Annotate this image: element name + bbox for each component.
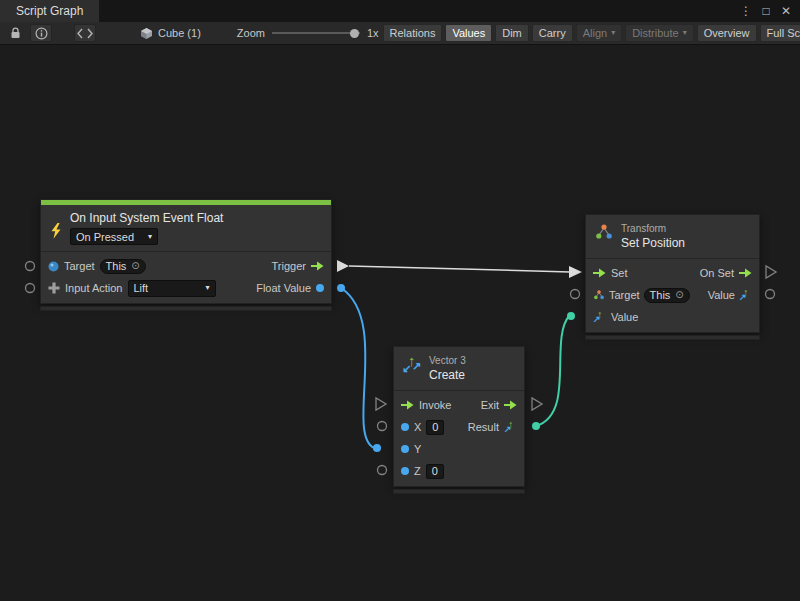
- event-action-row: Input Action Lift ▾ Float Value: [41, 277, 331, 299]
- kebab-menu-icon[interactable]: ⋮: [739, 4, 753, 18]
- transform-target-object-field[interactable]: This ⊙: [644, 288, 690, 303]
- wire-floatvalue-start-dot[interactable]: [337, 284, 345, 292]
- node-type-label: Vector 3: [429, 354, 466, 367]
- on-set-flow-port[interactable]: [739, 268, 752, 278]
- full-screen-button[interactable]: Full Screen: [760, 24, 800, 42]
- set-flow-port[interactable]: [593, 268, 606, 278]
- invoke-flow-port[interactable]: [401, 400, 414, 410]
- port-vector-x-circle[interactable]: [378, 422, 387, 431]
- input-action-value: Lift: [134, 282, 149, 294]
- y-port-label: Y: [414, 443, 421, 455]
- info-icon: [35, 27, 48, 40]
- input-action-port-label: Input Action: [65, 282, 123, 294]
- code-button[interactable]: [74, 24, 96, 42]
- x-value-field[interactable]: 0: [426, 420, 444, 435]
- zoom-label: Zoom: [237, 27, 265, 39]
- port-event-target-circle[interactable]: [26, 262, 35, 271]
- zoom-value: 1x: [367, 27, 379, 39]
- object-picker-icon: ⊙: [675, 290, 683, 300]
- zoom-slider-knob[interactable]: [350, 29, 359, 38]
- x-port[interactable]: [401, 423, 409, 431]
- node-footer: [393, 489, 525, 494]
- chevron-down-icon: ▾: [205, 284, 209, 292]
- z-value: 0: [432, 465, 438, 477]
- input-action-icon: [48, 282, 60, 294]
- wire-trigger-to-set[interactable]: [349, 266, 570, 272]
- value-out-vector-port[interactable]: ↑↗: [739, 289, 752, 302]
- align-dropdown[interactable]: Align ▾: [576, 24, 622, 42]
- dim-button[interactable]: Dim: [495, 24, 529, 42]
- result-port-label: Result: [468, 421, 499, 433]
- port-vector-exit-triangle[interactable]: [532, 398, 542, 410]
- transform-value-row: ↑↗ Value: [586, 306, 759, 328]
- trigger-port-label: Trigger: [272, 260, 306, 272]
- script-graph-window: Script Graph ⋮ □ ✕ Cube: [0, 0, 800, 601]
- port-vector-z-circle[interactable]: [378, 466, 387, 475]
- port-transform-target-circle[interactable]: [571, 290, 580, 299]
- zoom-slider[interactable]: [272, 27, 360, 39]
- port-transform-valueout-circle[interactable]: [766, 290, 775, 299]
- zoom-slider-track[interactable]: [272, 32, 360, 34]
- graph-canvas[interactable]: On Input System Event Float On Pressed ▾: [0, 46, 800, 601]
- wire-trigger-start-arrow[interactable]: [337, 260, 349, 272]
- carry-button[interactable]: Carry: [532, 24, 573, 42]
- wire-result-to-value[interactable]: [536, 316, 569, 426]
- overview-button[interactable]: Overview: [697, 24, 757, 42]
- on-set-port-label: On Set: [700, 267, 734, 279]
- port-transform-onset-triangle[interactable]: [766, 266, 776, 278]
- transform-target-row: Target This ⊙ Value ↑↗: [586, 284, 759, 306]
- event-target-object-field[interactable]: This ⊙: [100, 259, 146, 274]
- transform-small-icon: [593, 289, 605, 301]
- port-event-action-circle[interactable]: [26, 284, 35, 293]
- info-button[interactable]: [30, 24, 52, 42]
- vector-x-row: X 0 Result ↑↗: [394, 416, 524, 438]
- graph-target-selector[interactable]: Cube (1): [134, 25, 207, 42]
- y-port[interactable]: [401, 445, 409, 453]
- node-title: Set Position: [621, 235, 685, 251]
- wire-result-start-dot[interactable]: [532, 422, 540, 430]
- lightning-icon: [49, 216, 63, 245]
- node-transform-set-position[interactable]: Transform Set Position Set: [585, 214, 760, 340]
- distribute-label: Distribute: [632, 27, 678, 39]
- wire-value-end-dot[interactable]: [567, 312, 575, 320]
- z-port[interactable]: [401, 467, 409, 475]
- transform-flow-row: Set On Set: [586, 262, 759, 284]
- values-button[interactable]: Values: [445, 24, 492, 42]
- wire-y-end-dot[interactable]: [373, 444, 381, 452]
- chevron-down-icon: ▾: [148, 233, 152, 241]
- relations-button[interactable]: Relations: [383, 24, 443, 42]
- z-value-field[interactable]: 0: [426, 464, 444, 479]
- port-vector-invoke-triangle[interactable]: [376, 398, 386, 410]
- node-title: On Input System Event Float: [70, 210, 223, 226]
- float-value-port-label: Float Value: [256, 282, 311, 294]
- vector-z-row: Z 0: [394, 460, 524, 482]
- z-port-label: Z: [414, 465, 421, 477]
- input-action-dropdown[interactable]: Lift ▾: [128, 280, 216, 297]
- trigger-flow-port[interactable]: [311, 261, 324, 271]
- x-port-label: X: [414, 421, 421, 433]
- window-controls: ⋮ □ ✕: [739, 0, 800, 22]
- exit-flow-port[interactable]: [504, 400, 517, 410]
- event-mode-dropdown[interactable]: On Pressed ▾: [70, 228, 158, 245]
- exit-port-label: Exit: [481, 399, 499, 411]
- cube-icon: [140, 27, 153, 40]
- float-value-port[interactable]: [316, 284, 324, 292]
- chevron-down-icon: ▾: [611, 29, 615, 37]
- wire-floatvalue-to-y[interactable]: [341, 288, 374, 448]
- value-in-vector-port[interactable]: ↑↗: [593, 311, 606, 324]
- node-vector3-create[interactable]: ↑↙↗ Vector 3 Create Invoke: [393, 346, 525, 494]
- lock-button[interactable]: [4, 24, 26, 42]
- tab-label: Script Graph: [16, 4, 83, 18]
- distribute-dropdown[interactable]: Distribute ▾: [625, 24, 693, 42]
- result-vector-port[interactable]: ↑↗: [504, 421, 517, 434]
- tab-script-graph[interactable]: Script Graph: [0, 0, 99, 22]
- zoom-control: Zoom 1x: [237, 27, 379, 39]
- wire-set-end-arrow[interactable]: [569, 266, 582, 278]
- node-on-input-system-event-float[interactable]: On Input System Event Float On Pressed ▾: [40, 199, 332, 311]
- invoke-port-label: Invoke: [419, 399, 451, 411]
- lock-icon: [10, 27, 21, 39]
- maximize-icon[interactable]: □: [759, 4, 773, 18]
- value-in-port-label: Value: [611, 311, 638, 323]
- event-target-row: Target This ⊙ Trigger: [41, 255, 331, 277]
- close-icon[interactable]: ✕: [779, 4, 793, 18]
